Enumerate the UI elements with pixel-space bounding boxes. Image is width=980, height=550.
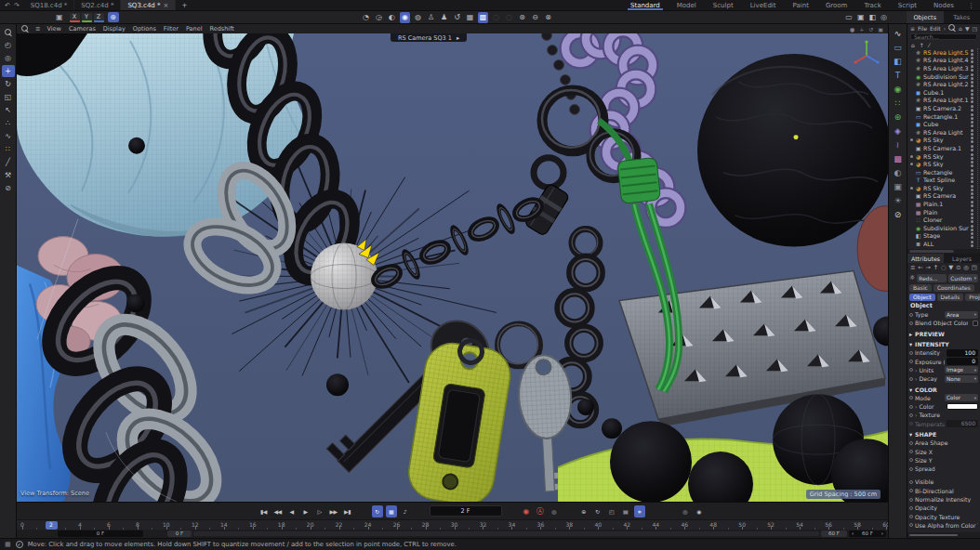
select-move-tool[interactable]: ↖ bbox=[2, 104, 15, 116]
deformer-tool[interactable]: ◈ bbox=[891, 124, 905, 138]
anim-dot-icon[interactable] bbox=[909, 523, 913, 527]
viewport-menu-panel[interactable]: Panel bbox=[186, 25, 203, 33]
attr-tab-layers[interactable]: Layers bbox=[944, 254, 980, 263]
layer-toggles[interactable] bbox=[971, 161, 974, 167]
prop-checkbox[interactable] bbox=[973, 321, 978, 326]
layout-tab-nodes[interactable]: Nodes bbox=[925, 0, 962, 10]
viewport-search-icon[interactable] bbox=[21, 25, 29, 33]
expand-icon[interactable]: › bbox=[915, 403, 917, 410]
soft-selection-tool[interactable]: ∴ bbox=[2, 117, 15, 129]
object-row[interactable]: ≣ALL bbox=[907, 240, 980, 248]
object-row[interactable]: ☼RS Area Light.1 bbox=[907, 97, 980, 105]
layer-toggles[interactable] bbox=[971, 89, 974, 96]
more-menu-icon[interactable]: ⋮ bbox=[962, 0, 980, 10]
object-row[interactable]: ▣RS Camera.1 bbox=[907, 144, 980, 152]
slash-icon[interactable]: ⁄ bbox=[929, 42, 930, 48]
section-preview[interactable]: ▸PREVIEW bbox=[909, 330, 978, 338]
filter-icon[interactable]: ▼ bbox=[965, 25, 970, 32]
workplane-icon[interactable]: ▦ bbox=[465, 12, 475, 23]
attr-tab-details[interactable]: Details bbox=[937, 294, 964, 301]
prop-dropdown[interactable]: Color▾ bbox=[945, 394, 978, 401]
render-in-view-icon[interactable]: ▭ bbox=[845, 13, 853, 21]
gizmo-icon[interactable]: ▣ bbox=[56, 13, 63, 21]
snap-toggle-icon[interactable]: ▩ bbox=[478, 12, 488, 23]
prop-field[interactable]: 0 bbox=[947, 358, 978, 365]
anim-dot-icon[interactable] bbox=[909, 480, 913, 484]
object-row[interactable]: TText Spline bbox=[907, 177, 980, 185]
rotate-tool[interactable]: ↻ bbox=[2, 78, 15, 90]
doc-tab-sq3-c4d[interactable]: SQ3.c4d *× bbox=[121, 0, 176, 10]
spline-pen-tool[interactable]: ∿ bbox=[891, 27, 905, 40]
anim-dot-icon[interactable] bbox=[909, 321, 913, 325]
layer-toggles[interactable] bbox=[971, 129, 974, 136]
range-end-field[interactable]: 60 F bbox=[855, 530, 880, 537]
attributes-scrollbar[interactable] bbox=[907, 532, 980, 538]
sound-button[interactable]: ♪ bbox=[400, 505, 411, 517]
panel-tab-objects[interactable]: Objects bbox=[907, 11, 944, 23]
current-frame-field[interactable]: 2 F bbox=[430, 505, 502, 517]
record-scale-button[interactable]: ◰ bbox=[606, 505, 617, 517]
uv-points-tool[interactable]: ∷ bbox=[2, 143, 15, 155]
goto-start-button[interactable]: ▮◀ bbox=[258, 505, 270, 517]
next-key-button[interactable]: ▶▶ bbox=[328, 505, 339, 517]
section-shape[interactable]: ▾SHAPE bbox=[909, 430, 978, 439]
section-color[interactable]: ▾COLOR bbox=[909, 385, 978, 393]
anim-dot-icon[interactable] bbox=[909, 489, 913, 492]
layer-toggles[interactable] bbox=[971, 153, 974, 160]
navigate-camera-icon[interactable]: ◔ bbox=[361, 12, 371, 23]
autokey-button[interactable]: Ⓐ bbox=[535, 505, 546, 517]
home-icon[interactable]: ⌂ bbox=[959, 25, 962, 32]
record-parameter-button[interactable]: ▤ bbox=[620, 505, 631, 517]
attr-tab-coordinates[interactable]: Coordinates bbox=[934, 284, 974, 292]
objects-scrollbar[interactable] bbox=[907, 249, 980, 254]
record-rotation-button[interactable]: ↻ bbox=[592, 505, 603, 517]
keyframe-mode-button[interactable]: ▦ bbox=[386, 505, 397, 517]
layer-toggles[interactable] bbox=[971, 113, 974, 120]
preset-dropdown[interactable]: Custom ▾ bbox=[948, 274, 978, 282]
remove-tool-icon[interactable]: ⊖ bbox=[530, 12, 540, 23]
cloner-tool[interactable]: ∷ bbox=[891, 97, 905, 110]
layout-tab-model[interactable]: Model bbox=[669, 0, 705, 10]
object-row[interactable]: ☼RS Area Light.4 bbox=[907, 57, 980, 65]
layer-toggles[interactable] bbox=[971, 145, 974, 151]
layer-toggles[interactable] bbox=[971, 49, 974, 56]
attr-tab-project[interactable]: Project bbox=[965, 294, 980, 301]
range-start-field[interactable]: 0 F bbox=[58, 530, 143, 537]
layer-toggles[interactable] bbox=[971, 216, 974, 223]
undo-icon[interactable]: ↶ bbox=[5, 2, 10, 9]
axis-lock-icon[interactable]: ⊕ bbox=[108, 12, 119, 22]
section-intensity[interactable]: ▾INTENSITY bbox=[909, 340, 978, 348]
asset-browser-icon[interactable]: ◎ bbox=[881, 13, 887, 21]
spline-rectangle-tool[interactable]: ▭ bbox=[891, 41, 905, 54]
edit-menu[interactable]: Edit bbox=[930, 25, 941, 32]
range-track[interactable] bbox=[193, 531, 819, 536]
object-row[interactable]: ◕RS Sky bbox=[907, 152, 980, 161]
object-row[interactable]: ◕RS Sky bbox=[907, 137, 980, 145]
layout-tab-script[interactable]: Script bbox=[890, 0, 925, 10]
prev-key-button[interactable]: ◀◀ bbox=[272, 505, 284, 517]
goto-end-button[interactable]: ▶▮ bbox=[342, 505, 353, 517]
menu-icon[interactable]: ≡ bbox=[910, 264, 915, 271]
live-selection-tool[interactable]: ◎ bbox=[2, 52, 15, 64]
camera-label[interactable]: RS Camera SQ3 1 ▸ bbox=[391, 33, 467, 42]
layer-toggles[interactable] bbox=[971, 137, 974, 143]
object-row[interactable]: ▣RS Camera bbox=[907, 192, 980, 201]
anim-dot-icon[interactable] bbox=[909, 405, 913, 409]
close-icon[interactable]: × bbox=[164, 2, 169, 9]
anim-dot-icon[interactable] bbox=[909, 351, 913, 355]
color-swatch[interactable] bbox=[947, 403, 978, 410]
layout-tab-groom[interactable]: Groom bbox=[817, 0, 856, 10]
loop-playback-button[interactable]: ↻ bbox=[372, 505, 383, 517]
anim-dot-icon[interactable] bbox=[909, 515, 913, 518]
cube-primitive-tool[interactable]: ◧ bbox=[891, 55, 905, 68]
attr-tab-attributes[interactable]: Attributes bbox=[907, 254, 944, 263]
brush-tool[interactable]: ∿ bbox=[2, 130, 15, 142]
anim-dot-icon[interactable] bbox=[909, 368, 913, 372]
next-frame-button[interactable]: ▷ bbox=[314, 505, 325, 517]
timeline-ruler[interactable]: 0246810121416182022242628303234363840424… bbox=[17, 519, 888, 530]
anim-dot-icon[interactable] bbox=[909, 506, 913, 510]
edit-render-settings-icon[interactable]: ◧ bbox=[868, 13, 876, 21]
guide-toggle-icon[interactable]: ◌ bbox=[504, 12, 514, 23]
anim-dot-icon[interactable] bbox=[909, 467, 913, 471]
subdivision-surface-tool[interactable]: ◉ bbox=[891, 83, 905, 96]
